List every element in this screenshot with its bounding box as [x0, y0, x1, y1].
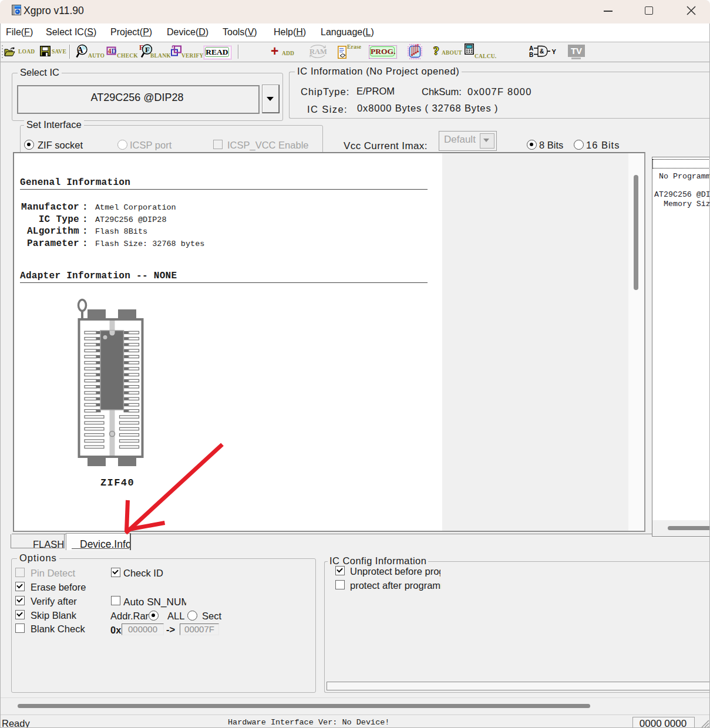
svg-text:RAM: RAM — [309, 48, 327, 56]
svg-text:B: B — [529, 52, 533, 58]
svg-text:D: D — [112, 47, 117, 55]
svg-text:F: F — [145, 45, 150, 54]
svg-text:&: & — [540, 48, 544, 55]
svg-text:A: A — [529, 45, 533, 52]
svg-text:Y: Y — [552, 48, 557, 55]
